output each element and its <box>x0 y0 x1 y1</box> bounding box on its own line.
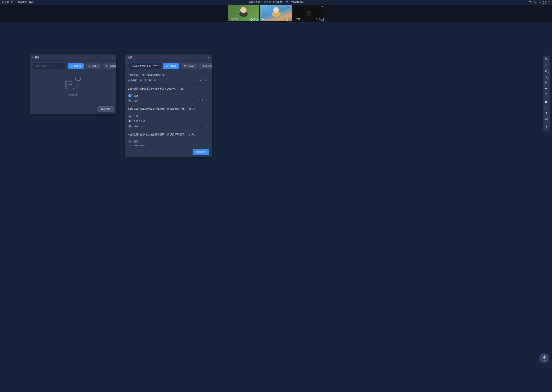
quiz-type-row: 判断题 选择题 简答题 <box>33 63 113 69</box>
side-toolbar <box>543 56 550 131</box>
judge-question-button[interactable]: 判断题 <box>68 63 84 69</box>
video-tile-teacher[interactable]: 叮当老师 <box>228 5 259 21</box>
question-item: 3 [单选题] 施华洛世奇是反华品牌，所以梁鼎琪反华。 （2分）A正确B不完全正… <box>128 105 208 131</box>
option-row[interactable]: A正确 <box>128 94 138 98</box>
panel-header: 测验 ✕ <box>30 54 116 61</box>
whiteboard-indicator-icon <box>286 18 288 21</box>
panel-close-icon[interactable]: ✕ <box>207 56 210 59</box>
svg-point-10 <box>308 12 309 13</box>
mic-icon <box>254 18 255 21</box>
option-letter: A <box>128 94 132 98</box>
laser-tool-icon[interactable] <box>544 91 549 97</box>
signal-icon <box>321 18 324 21</box>
cursor-tool-icon[interactable] <box>544 57 549 62</box>
svg-point-31 <box>545 83 546 83</box>
move-icon[interactable] <box>195 79 198 82</box>
panel-close-icon[interactable]: ✕ <box>112 56 114 59</box>
choice-question-button[interactable]: 选择题 <box>86 63 102 69</box>
settings-icon[interactable] <box>534 1 537 4</box>
title-center: 神秘大自然 已上课：02:34:09 ID：2020070324 <box>249 1 303 4</box>
camera-icon[interactable] <box>529 1 532 4</box>
packet-loss: 丢包率：0% <box>2 1 14 4</box>
participant-name: Nina <box>261 18 266 21</box>
panel-header: 测验 ✕ <box>125 54 212 61</box>
svg-point-26 <box>79 78 79 79</box>
close-icon[interactable] <box>547 1 551 4</box>
quiz-name-input[interactable] <box>33 63 66 69</box>
option-row[interactable]: B不完全正确 <box>128 119 145 123</box>
scissors-tool-icon[interactable] <box>544 80 549 85</box>
back-icon[interactable] <box>32 56 34 59</box>
judge-question-button[interactable]: 判断题 <box>163 63 179 69</box>
minimize-icon[interactable] <box>538 1 541 4</box>
empty-state: 暂无试题 <box>33 71 113 101</box>
fullscreen-icon[interactable] <box>543 1 546 4</box>
tile-close-icon[interactable]: ✕ <box>289 6 291 8</box>
move-icon[interactable] <box>198 99 201 102</box>
title-left: 丢包率：0% 网络状态：良好 <box>2 1 34 4</box>
svg-point-1 <box>535 2 536 3</box>
quiz-type-row: 判断题 选择题 简答题 <box>128 63 209 69</box>
network-status: 网络状态：良好 <box>17 1 34 4</box>
short-answer-button[interactable]: 简答题 <box>103 63 116 69</box>
option-text: 不完全正确 <box>134 119 145 123</box>
option-letter: B <box>128 99 132 102</box>
mic-muted-icon <box>316 18 318 21</box>
camera-off-icon <box>304 9 313 17</box>
question-title: 4 [多选题] 施华洛世奇是反华品牌，所以梁鼎琪反华。 （2分） <box>128 133 208 136</box>
question-actions <box>198 99 208 102</box>
save-quiz-button[interactable]: 保存试卷 <box>98 106 114 112</box>
svg-point-28 <box>185 66 185 66</box>
eraser-tool-icon[interactable] <box>544 85 549 91</box>
move-icon[interactable] <box>198 124 201 128</box>
user-tool-icon[interactable] <box>544 111 549 116</box>
question-actions <box>198 124 208 128</box>
quiz-name-input[interactable] <box>128 63 161 69</box>
tile-close-icon[interactable]: ✕ <box>322 6 324 8</box>
option-row[interactable]: A是的 <box>128 140 145 143</box>
toolbox-tool-icon[interactable] <box>544 105 549 110</box>
choice-question-button[interactable]: 选择题 <box>181 63 197 69</box>
reference-answer: 参考答案：春、夏、秋、冬 <box>128 79 156 82</box>
option-row[interactable]: B错误 <box>128 99 138 102</box>
question-list[interactable]: 1 [简答题] 一年四季分别是哪四季?参考答案：春、夏、秋、冬 2 [判断题] … <box>128 71 209 146</box>
course-title: 神秘大自然 <box>249 1 260 4</box>
delete-icon[interactable] <box>204 79 208 82</box>
option-text: 错误 <box>134 124 138 128</box>
option-row[interactable]: C错误 <box>128 124 145 128</box>
svg-point-30 <box>545 81 546 82</box>
option-text: 是的 <box>134 140 138 143</box>
text-tool-icon[interactable] <box>544 74 549 79</box>
video-tile-student-1[interactable]: ✕ Nina <box>260 5 292 21</box>
raise-hand-button[interactable]: 0/2 <box>539 353 549 363</box>
question-title: 1 [简答题] 一年四季分别是哪四季? <box>128 73 208 77</box>
pen-tool-icon[interactable] <box>544 68 549 73</box>
edit-icon[interactable] <box>202 99 204 102</box>
signal-icon <box>256 18 258 21</box>
edit-icon[interactable] <box>200 79 203 82</box>
question-item: 4 [多选题] 施华洛世奇是反华品牌，所以梁鼎琪反华。 （2分）A是的B不完全正… <box>128 131 208 146</box>
mic-icon <box>319 18 321 21</box>
delete-icon[interactable] <box>205 124 208 128</box>
short-answer-button[interactable]: 简答题 <box>199 63 212 69</box>
question-title: 3 [单选题] 施华洛世奇是反华品牌，所以梁鼎琪反华。 （2分） <box>128 108 208 111</box>
chat-tool-icon[interactable] <box>544 116 549 122</box>
bell-tool-icon[interactable] <box>544 124 549 129</box>
empty-illustration-icon <box>64 76 82 91</box>
option-letter: B <box>128 145 132 146</box>
panel-title: 测验 <box>127 56 132 59</box>
move-tool-icon[interactable] <box>544 63 549 68</box>
mic-icon <box>289 18 291 21</box>
video-tile-student-2[interactable]: ✕ 王小明 <box>293 5 324 21</box>
svg-rect-7 <box>290 18 290 20</box>
window-controls <box>529 1 551 4</box>
folder-tool-icon[interactable] <box>544 99 549 104</box>
question-item: 2 [判断题] 我国宪法上一次更新是在2020年。 （2分）A正确B错误 <box>128 85 208 105</box>
svg-point-25 <box>78 78 78 79</box>
edit-icon[interactable] <box>202 124 204 128</box>
option-row[interactable]: B不完全正确 <box>128 145 145 146</box>
option-row[interactable]: A正确 <box>128 114 145 118</box>
delete-icon[interactable] <box>205 99 208 102</box>
save-quiz-button[interactable]: 保存试卷 <box>193 149 209 155</box>
title-bar: 丢包率：0% 网络状态：良好 神秘大自然 已上课：02:34:09 ID：202… <box>0 0 552 5</box>
